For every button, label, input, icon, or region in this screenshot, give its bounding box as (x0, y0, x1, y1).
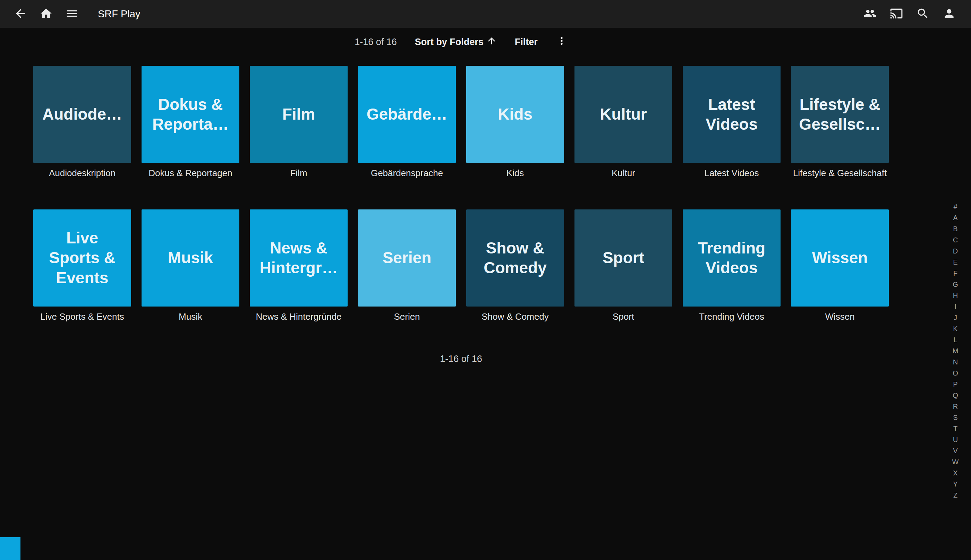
folder-tile[interactable]: Serien (358, 210, 456, 307)
user-profile-button[interactable] (941, 6, 957, 22)
alphabet-letter[interactable]: # (949, 201, 961, 212)
list-header: 1-16 of 16 Sort by Folders Filter (33, 35, 889, 49)
folder-caption: Film (250, 168, 348, 178)
folder-caption: Wissen (791, 312, 889, 322)
back-arrow-icon (14, 7, 27, 21)
app-bar: SRF Play (0, 0, 971, 28)
folder-tile-label: News & Hintergr… (256, 238, 341, 278)
alphabet-letter[interactable]: E (949, 257, 961, 268)
alphabet-letter[interactable]: W (949, 456, 961, 467)
folder-tile[interactable]: Kids (466, 66, 564, 163)
footer-item-count: 1-16 of 16 (33, 354, 889, 364)
screen: SRF Play (0, 0, 971, 560)
folder-tile[interactable]: Kultur (574, 66, 672, 163)
folder-cell: Dokus & Reporta…Dokus & Reportagen (142, 66, 239, 178)
alphabet-letter[interactable]: C (949, 234, 961, 245)
folder-tile-label: Latest Videos (689, 95, 774, 135)
folder-tile-label: Film (282, 104, 315, 125)
folder-cell: KidsKids (466, 66, 564, 178)
folder-cell: Gebärde…Gebärdensprache (358, 66, 456, 178)
folder-caption: Kultur (574, 168, 672, 178)
folder-tile[interactable]: Film (250, 66, 348, 163)
folder-tile[interactable]: Trending Videos (683, 210, 781, 307)
folder-tile[interactable]: Musik (142, 210, 239, 307)
app-bar-right (862, 6, 957, 22)
sort-label: Sort by Folders (415, 37, 484, 48)
cast-button[interactable] (888, 6, 904, 22)
more-options-button[interactable] (556, 35, 567, 49)
back-button[interactable] (12, 6, 28, 22)
alphabet-letter[interactable]: U (949, 434, 961, 445)
folder-caption: Show & Comedy (466, 312, 564, 322)
sort-button[interactable]: Sort by Folders (415, 36, 497, 48)
folder-cell: News & Hintergr…News & Hintergründe (250, 210, 348, 322)
folder-tile[interactable]: Gebärde… (358, 66, 456, 163)
folder-cell: Live Sports & EventsLive Sports & Events (33, 210, 131, 322)
alphabet-letter[interactable]: V (949, 445, 961, 456)
folder-tile[interactable]: Show & Comedy (466, 210, 564, 307)
folder-tile-label: Trending Videos (689, 238, 774, 278)
folder-tile-label: Show & Comedy (472, 238, 558, 278)
vertical-ellipsis-icon (556, 35, 567, 49)
alphabet-scroller: #ABCDEFGHIJKLMNOPQRSTUVWXYZ (949, 201, 961, 501)
alphabet-letter[interactable]: N (949, 357, 961, 368)
folder-tile[interactable]: Audiode… (33, 66, 131, 163)
folder-cell: Audiode…Audiodeskription (33, 66, 131, 178)
folder-cell: SerienSerien (358, 210, 456, 322)
folder-tile[interactable]: Latest Videos (683, 66, 781, 163)
folder-cell: SportSport (574, 210, 672, 322)
folder-tile[interactable]: Sport (574, 210, 672, 307)
folder-caption: Audiodeskription (33, 168, 131, 178)
alphabet-letter[interactable]: J (949, 312, 961, 323)
alphabet-letter[interactable]: O (949, 368, 961, 378)
alphabet-letter[interactable]: K (949, 323, 961, 334)
folder-caption: Latest Videos (683, 168, 781, 178)
alphabet-letter[interactable]: H (949, 290, 961, 301)
group-people-icon (863, 7, 877, 21)
folder-tile[interactable]: Lifestyle & Gesellsc… (791, 66, 889, 163)
alphabet-letter[interactable]: R (949, 401, 961, 412)
alphabet-letter[interactable]: I (949, 301, 961, 312)
alphabet-letter[interactable]: F (949, 268, 961, 279)
alphabet-letter[interactable]: D (949, 245, 961, 257)
home-button[interactable] (38, 6, 54, 22)
folder-tile[interactable]: Live Sports & Events (33, 210, 131, 307)
menu-button[interactable] (64, 6, 80, 22)
filter-button[interactable]: Filter (515, 37, 538, 48)
alphabet-letter[interactable]: L (949, 334, 961, 345)
hamburger-menu-icon (65, 7, 78, 21)
alphabet-letter[interactable]: B (949, 223, 961, 234)
folder-tile-label: Kultur (600, 104, 647, 125)
folder-tile-label: Kids (498, 104, 532, 125)
alphabet-letter[interactable]: Q (949, 390, 961, 401)
filter-label: Filter (515, 37, 538, 48)
folder-tile[interactable]: Wissen (791, 210, 889, 307)
folder-cell: Latest VideosLatest Videos (683, 66, 781, 178)
home-icon (40, 7, 53, 21)
folder-tile-label: Sport (602, 248, 644, 268)
alphabet-letter[interactable]: M (949, 345, 961, 357)
alphabet-letter[interactable]: P (949, 378, 961, 390)
folder-tile-label: Lifestyle & Gesellsc… (797, 95, 883, 135)
folder-tile-label: Dokus & Reporta… (148, 95, 233, 135)
folder-tile[interactable]: Dokus & Reporta… (142, 66, 239, 163)
search-button[interactable] (915, 6, 931, 22)
folder-tile[interactable]: News & Hintergr… (250, 210, 348, 307)
folder-cell: KulturKultur (574, 66, 672, 178)
folder-caption: Musik (142, 312, 239, 322)
folder-caption: Kids (466, 168, 564, 178)
bottom-left-accent (0, 537, 20, 560)
alphabet-letter[interactable]: X (949, 467, 961, 478)
folder-tile-label: Live Sports & Events (40, 228, 125, 288)
app-bar-left: SRF Play (12, 6, 140, 22)
folder-tile-label: Serien (383, 248, 432, 268)
folder-caption: Lifestyle & Gesellschaft (791, 168, 889, 178)
alphabet-letter[interactable]: T (949, 423, 961, 434)
alphabet-letter[interactable]: A (949, 212, 961, 223)
alphabet-letter[interactable]: G (949, 279, 961, 290)
syncplay-group-button[interactable] (862, 6, 878, 22)
alphabet-letter[interactable]: Y (949, 478, 961, 490)
folder-cell: FilmFilm (250, 66, 348, 178)
alphabet-letter[interactable]: Z (949, 490, 961, 501)
alphabet-letter[interactable]: S (949, 412, 961, 423)
